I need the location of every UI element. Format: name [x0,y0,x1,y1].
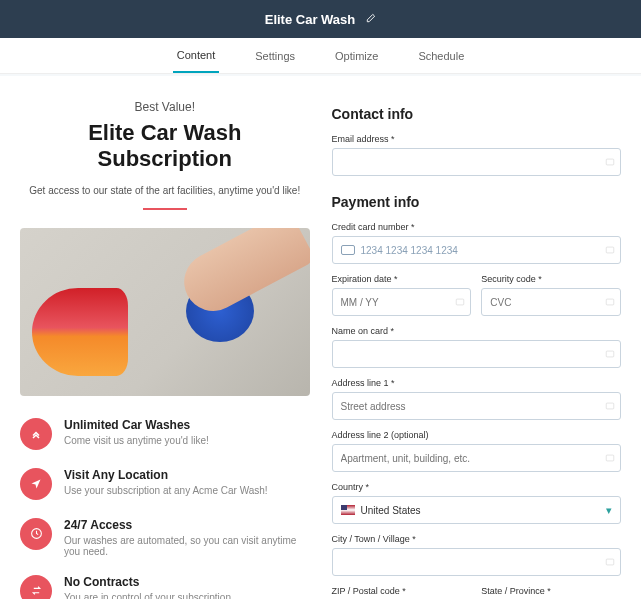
svg-rect-7 [606,455,614,461]
exp-field[interactable] [332,288,472,316]
autofill-icon [605,453,615,463]
country-select[interactable]: United States ▾ [332,496,622,524]
chevrons-up-icon [20,418,52,450]
svg-rect-1 [606,159,614,165]
feature-desc: Come visit us anytime you'd like! [64,435,209,446]
eyebrow-text: Best Value! [20,100,310,114]
feature-title: No Contracts [64,575,234,589]
svg-rect-5 [606,351,614,357]
email-field-wrap: Email address * [332,134,622,176]
features-list: Unlimited Car Washes Come visit us anyti… [20,418,310,599]
cvc-field[interactable] [481,288,621,316]
autofill-icon [605,245,615,255]
city-field[interactable] [332,548,622,576]
feature-desc: Our washes are automated, so you can vis… [64,535,310,557]
accent-divider [143,208,187,210]
city-label: City / Town / Village * [332,534,622,544]
tab-settings[interactable]: Settings [251,40,299,72]
name-label: Name on card * [332,326,622,336]
feature-item: Unlimited Car Washes Come visit us anyti… [20,418,310,450]
edit-icon[interactable] [365,12,376,27]
addr2-label: Address line 2 (optional) [332,430,622,440]
clock-icon [20,518,52,550]
feature-item: 24/7 Access Our washes are automated, so… [20,518,310,557]
autofill-icon [455,297,465,307]
svg-rect-8 [606,559,614,565]
country-label: Country * [332,482,622,492]
page-title: Elite Car Wash [265,12,356,27]
feature-desc: You are in control of your subscription. [64,592,234,599]
feature-desc: Use your subscription at any Acme Car Wa… [64,485,268,496]
product-title: Elite Car Wash Subscription [20,120,310,173]
flag-icon [341,505,355,515]
tab-optimize[interactable]: Optimize [331,40,382,72]
feature-title: Visit Any Location [64,468,268,482]
feature-item: Visit Any Location Use your subscription… [20,468,310,500]
autofill-icon [605,401,615,411]
checkout-form: Contact info Email address * Payment inf… [332,100,622,599]
tab-content[interactable]: Content [173,39,220,73]
card-icon [341,245,355,255]
chevron-down-icon: ▾ [606,504,612,517]
arrow-icon [20,468,52,500]
svg-rect-2 [606,247,614,253]
autofill-icon [605,349,615,359]
car-taillight-graphic [32,288,128,376]
left-column: Best Value! Elite Car Wash Subscription … [20,100,310,599]
subtitle-text: Get access to our state of the art facil… [20,185,310,196]
email-field[interactable] [332,148,622,176]
exp-label: Expiration date * [332,274,472,284]
feature-title: Unlimited Car Washes [64,418,209,432]
addr2-field[interactable] [332,444,622,472]
autofill-icon [605,157,615,167]
cc-field[interactable]: 1234 1234 1234 1234 [332,236,622,264]
page-canvas: Best Value! Elite Car Wash Subscription … [0,76,641,599]
name-field[interactable] [332,340,622,368]
autofill-icon [605,557,615,567]
contact-heading: Contact info [332,106,622,122]
email-label: Email address * [332,134,622,144]
editor-tabs: Content Settings Optimize Schedule [0,38,641,74]
zip-label: ZIP / Postal code * [332,586,472,596]
cvc-label: Security code * [481,274,621,284]
addr1-field[interactable] [332,392,622,420]
addr1-label: Address line 1 * [332,378,622,388]
swap-icon [20,575,52,599]
feature-title: 24/7 Access [64,518,310,532]
svg-rect-6 [606,403,614,409]
cc-label: Credit card number * [332,222,622,232]
payment-heading: Payment info [332,194,622,210]
hero-image [20,228,310,396]
tab-schedule[interactable]: Schedule [414,40,468,72]
feature-item: No Contracts You are in control of your … [20,575,310,599]
svg-rect-3 [457,299,465,305]
svg-rect-4 [606,299,614,305]
state-label: State / Province * [481,586,621,596]
editor-topbar: Elite Car Wash [0,0,641,38]
autofill-icon [605,297,615,307]
